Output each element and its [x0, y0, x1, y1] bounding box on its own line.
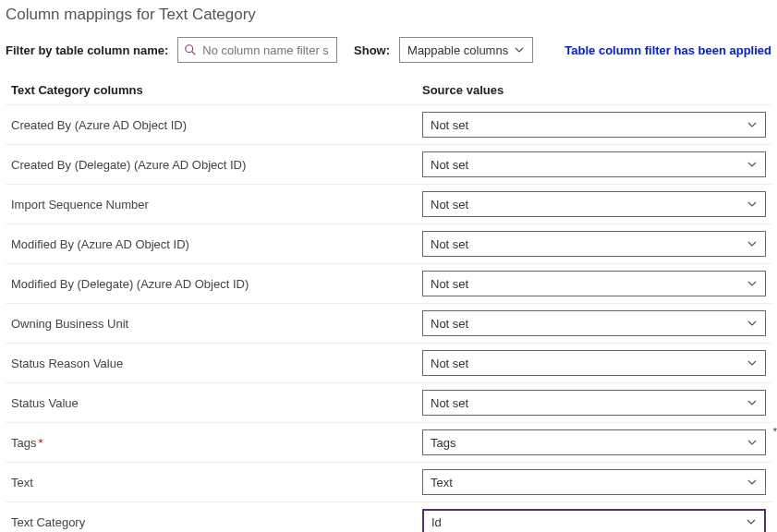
header-columns: Text Category columns [11, 83, 422, 97]
source-value-text: Not set [431, 357, 468, 370]
chevron-down-icon [747, 238, 758, 249]
source-value-select[interactable]: Not set [422, 271, 766, 296]
chevron-down-icon [747, 318, 758, 329]
source-value-text: Not set [431, 277, 468, 291]
search-input[interactable] [200, 42, 331, 58]
column-label: Status Reason Value [11, 357, 422, 370]
source-value-cell: Not set [422, 231, 771, 257]
svg-line-1 [192, 52, 196, 55]
chevron-down-icon [747, 159, 758, 170]
column-label: Owning Business Unit [11, 317, 422, 331]
source-value-cell: Not set [422, 350, 771, 376]
source-value-cell: Not set [422, 151, 771, 177]
search-icon [184, 43, 197, 56]
filter-applied-message: Table column filter has been applied [565, 43, 771, 57]
table-header: Text Category columns Source values [6, 79, 771, 105]
table-row: Tags*Tags* [6, 423, 771, 463]
source-value-text: Tags [431, 436, 455, 450]
column-label: Created By (Azure AD Object ID) [11, 118, 422, 132]
source-value-select[interactable]: Not set [422, 112, 766, 138]
required-indicator: * [38, 436, 42, 450]
source-value-select[interactable]: Tags [422, 429, 766, 455]
chevron-down-icon [747, 437, 758, 448]
table-row: Modified By (Azure AD Object ID)Not set [6, 224, 771, 264]
source-value-text: Not set [431, 118, 468, 132]
table-row: Text CategoryId [6, 502, 771, 532]
source-value-select[interactable]: Not set [422, 310, 766, 336]
table-row: Status Reason ValueNot set [6, 344, 771, 383]
source-value-cell: Not set [422, 310, 771, 336]
chevron-down-icon [747, 278, 758, 289]
column-label: Tags* [11, 436, 422, 450]
source-value-cell: Tags* [422, 429, 771, 455]
table-row: Status ValueNot set [6, 383, 771, 423]
source-value-cell: Not set [422, 191, 771, 217]
column-label: Import Sequence Number [11, 198, 422, 212]
column-label: Modified By (Delegate) (Azure AD Object … [11, 277, 422, 291]
source-value-text: Not set [431, 158, 468, 172]
table-row: Modified By (Delegate) (Azure AD Object … [6, 264, 771, 304]
chevron-down-icon [747, 397, 758, 408]
column-label: Status Value [11, 396, 422, 410]
table-row: Import Sequence NumberNot set [6, 185, 771, 224]
source-value-select[interactable]: Not set [422, 350, 766, 376]
show-label: Show: [354, 43, 390, 57]
column-name-filter[interactable] [177, 37, 337, 63]
source-value-cell: Text [422, 469, 771, 495]
trailing-mark: * [773, 426, 777, 437]
source-value-text: Not set [431, 237, 468, 251]
source-value-cell: Not set [422, 271, 771, 296]
source-value-cell: Not set [422, 390, 771, 416]
table-row: Created By (Delegate) (Azure AD Object I… [6, 145, 771, 185]
mapping-rows: Created By (Azure AD Object ID)Not setCr… [6, 105, 771, 532]
filter-bar: Filter by table column name: Show: Mappa… [6, 37, 771, 63]
source-value-select[interactable]: Not set [422, 191, 766, 217]
source-value-text: Id [431, 515, 442, 529]
source-value-select[interactable]: Not set [422, 151, 766, 177]
column-label: Modified By (Azure AD Object ID) [11, 237, 422, 251]
column-label: Text Category [11, 515, 422, 529]
chevron-down-icon [746, 516, 757, 527]
show-select-value: Mappable columns [407, 43, 508, 57]
source-value-text: Not set [431, 396, 468, 410]
table-row: Owning Business UnitNot set [6, 304, 771, 344]
source-value-cell: Id [422, 509, 771, 532]
chevron-down-icon [747, 357, 758, 369]
source-value-text: Text [431, 476, 453, 490]
chevron-down-icon [747, 119, 758, 130]
source-value-select[interactable]: Not set [422, 231, 766, 257]
table-row: Created By (Azure AD Object ID)Not set [6, 105, 771, 145]
chevron-down-icon [747, 477, 758, 488]
chevron-down-icon [514, 44, 525, 55]
column-label: Created By (Delegate) (Azure AD Object I… [11, 158, 422, 172]
source-value-select[interactable]: Id [422, 509, 766, 532]
chevron-down-icon [747, 199, 758, 210]
source-value-text: Not set [431, 198, 468, 212]
source-value-select[interactable]: Not set [422, 390, 766, 416]
source-value-select[interactable]: Text [422, 469, 766, 495]
svg-point-0 [186, 45, 193, 53]
source-value-cell: Not set [422, 112, 771, 138]
table-row: TextText [6, 463, 771, 502]
page-title: Column mappings for Text Category [6, 6, 771, 24]
header-source: Source values [422, 83, 771, 97]
column-label: Text [11, 476, 422, 490]
source-value-text: Not set [431, 317, 468, 331]
show-select[interactable]: Mappable columns [399, 37, 533, 63]
filter-label: Filter by table column name: [6, 43, 168, 57]
